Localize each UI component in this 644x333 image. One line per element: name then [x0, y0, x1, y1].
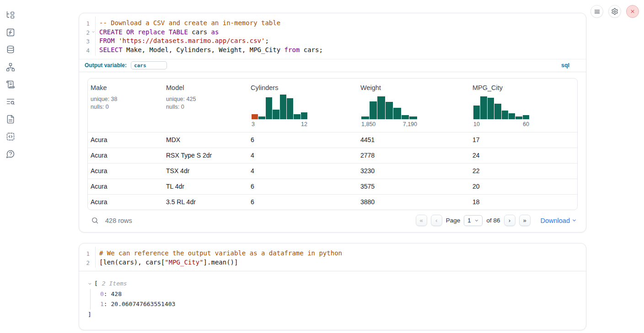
- next-page-button[interactable]: ›: [504, 215, 515, 226]
- histogram-bar: [409, 116, 417, 119]
- dataframe-table: Makeunique: 38nulls: 0Modelunique: 425nu…: [87, 78, 578, 210]
- table-cell: 24: [470, 152, 577, 159]
- close-x-icon: [629, 8, 636, 15]
- column-header[interactable]: Makeunique: 38nulls: 0: [88, 79, 163, 132]
- line-number: 2: [79, 28, 95, 37]
- pagination: « ‹ Page 1 of 86 › »: [416, 215, 531, 226]
- code-line: 2CREATE OR replace TABLE cars as: [79, 28, 586, 37]
- hamburger-menu-icon: [594, 8, 601, 15]
- prev-page-button[interactable]: ‹: [431, 215, 442, 226]
- sidebar-documentation-button[interactable]: [5, 114, 16, 125]
- table-cell: 4: [248, 167, 358, 174]
- table-cell: 4451: [358, 136, 470, 143]
- tree-children: 0: 4281: 20.060747663551403: [90, 289, 586, 310]
- table-cell: Acura: [88, 183, 163, 190]
- histogram-bar: [402, 115, 409, 119]
- search-icon: [91, 217, 99, 224]
- sql-cell: 1-- Download a CSV and create an in-memo…: [79, 13, 586, 233]
- tree-collapse-toggle[interactable]: [88, 282, 92, 286]
- table-row[interactable]: AcuraRSX Type S 2dr4277824: [88, 148, 577, 163]
- histogram-bar: [294, 114, 300, 119]
- histogram-bar: [287, 98, 293, 119]
- python-code-editor[interactable]: 1# We can reference the output variable …: [79, 243, 586, 271]
- histogram-bar: [488, 98, 494, 119]
- settings-button[interactable]: [608, 5, 621, 18]
- sidebar-logs-button[interactable]: [5, 79, 16, 90]
- sidebar-variables-button[interactable]: [5, 27, 16, 38]
- tree-entry: 1: 20.060747663551403: [100, 299, 586, 310]
- histogram-bar: [523, 115, 529, 119]
- page-select[interactable]: 1: [464, 215, 483, 226]
- sidebar-file-explorer-button[interactable]: [5, 10, 16, 21]
- histogram-bar: [258, 116, 265, 119]
- column-header[interactable]: Modelunique: 425nulls: 0: [163, 79, 248, 132]
- scroll-icon: [6, 80, 15, 89]
- output-variable-label: Output variable:: [85, 62, 127, 69]
- code-line: 1-- Download a CSV and create an in-memo…: [79, 19, 586, 28]
- table-cell: 18: [470, 198, 577, 206]
- tree-item-count: 2 Items: [102, 279, 127, 289]
- table-cell: 6: [248, 198, 358, 206]
- code-line: 3FROM 'https://datasets.marimo.app/cars.…: [79, 37, 586, 46]
- table-cell: Acura: [88, 198, 163, 206]
- table-cell: 20: [470, 183, 577, 190]
- first-page-button[interactable]: «: [416, 215, 427, 226]
- table-row[interactable]: AcuraMDX6445117: [88, 132, 577, 148]
- column-stats: unique: 425nulls: 0: [166, 95, 244, 111]
- sql-code-editor[interactable]: 1-- Download a CSV and create an in-memo…: [79, 13, 586, 59]
- table-row[interactable]: AcuraTL 4dr6357520: [88, 179, 577, 194]
- code-box-icon: [6, 132, 15, 141]
- histogram-bar: [473, 106, 480, 119]
- sidebar-tracing-button[interactable]: [5, 96, 16, 107]
- file-text-icon: [6, 115, 15, 124]
- python-cell: 1# We can reference the output variable …: [79, 243, 586, 330]
- histogram-bar: [393, 108, 401, 119]
- column-header-label: Cylinders: [251, 84, 354, 91]
- code-line: 4SELECT Make, Model, Cylinders, Weight, …: [79, 46, 586, 55]
- sql-cell-output: Makeunique: 38nulls: 0Modelunique: 425nu…: [79, 72, 586, 232]
- table-cell: MDX: [163, 136, 248, 143]
- chat-question-icon: [6, 149, 15, 159]
- page-label: Page: [446, 217, 461, 224]
- sidebar-snippets-button[interactable]: [5, 131, 16, 142]
- line-number: 4: [79, 46, 95, 55]
- line-number: 2: [79, 258, 95, 267]
- line-number: 3: [79, 37, 95, 46]
- search-button[interactable]: [91, 217, 99, 224]
- histogram-bar: [280, 95, 286, 119]
- download-button[interactable]: Download: [541, 217, 577, 224]
- histogram-bar: [301, 112, 307, 119]
- language-badge[interactable]: sql: [561, 62, 569, 69]
- sidebar-dependency-graph-button[interactable]: [5, 62, 16, 73]
- network-graph-icon: [6, 63, 15, 72]
- histogram-axis-labels: 312: [252, 121, 307, 127]
- page-of-label: of 86: [486, 217, 500, 224]
- table-row[interactable]: AcuraTSX 4dr4323022: [88, 163, 577, 179]
- sidebar-help-button[interactable]: [5, 148, 16, 159]
- histogram-bar: [370, 101, 377, 119]
- sql-cell-toolbar: Output variable: sql: [79, 59, 586, 72]
- output-variable-input[interactable]: [131, 61, 167, 69]
- table-cell: TL 4dr: [163, 183, 248, 190]
- list-search-icon: [6, 97, 15, 106]
- line-number: 1: [79, 249, 95, 258]
- column-histogram: 1060: [473, 95, 529, 127]
- notebook-menu-button[interactable]: [590, 5, 603, 18]
- function-square-icon: [6, 28, 15, 37]
- table-cell: 4: [248, 152, 358, 159]
- column-header[interactable]: MPG_City1060: [470, 79, 577, 132]
- fold-chevron-icon[interactable]: [91, 30, 95, 34]
- column-header[interactable]: Weight1,8507,190: [358, 79, 470, 132]
- table-cell: Acura: [88, 136, 163, 143]
- table-row[interactable]: Acura3.5 RL 4dr6388018: [88, 194, 577, 210]
- page-select-value: 1: [467, 217, 471, 224]
- chevron-down-icon: [474, 218, 479, 223]
- sidebar-datasources-button[interactable]: [5, 44, 16, 55]
- tree-open-bracket: [: [94, 279, 98, 289]
- histogram-bar: [386, 102, 393, 119]
- table-cell: 17: [470, 136, 577, 143]
- column-header[interactable]: Cylinders312: [248, 79, 358, 132]
- shutdown-button[interactable]: [626, 5, 639, 18]
- histogram-bar: [515, 116, 522, 119]
- last-page-button[interactable]: »: [519, 215, 531, 226]
